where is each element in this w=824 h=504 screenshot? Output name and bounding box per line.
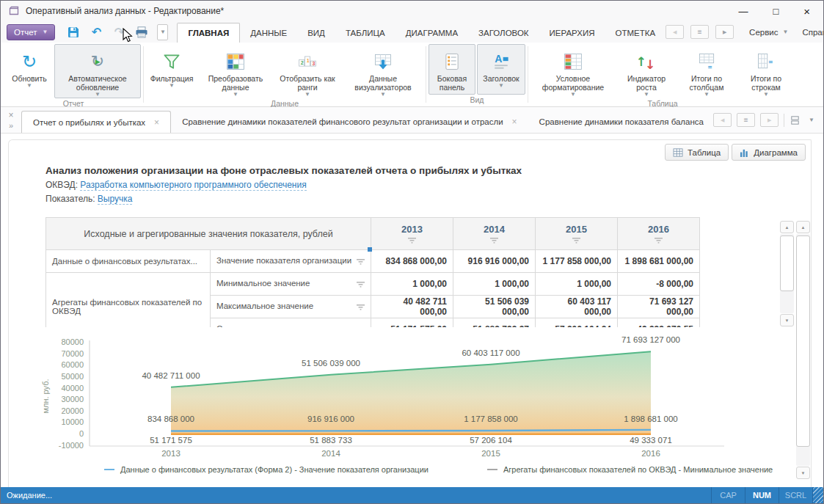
split-view-button[interactable] bbox=[790, 114, 801, 126]
value-cell[interactable]: 40 482 711 000,00 bbox=[371, 296, 453, 318]
value-cell[interactable]: 1 177 858 000,00 bbox=[536, 250, 618, 273]
filter-icon[interactable] bbox=[357, 304, 365, 310]
value-cell[interactable]: 916 916 000,00 bbox=[453, 250, 536, 273]
filter-icon[interactable] bbox=[572, 238, 580, 244]
report-menu-button[interactable]: Отчет ▼ bbox=[7, 24, 55, 40]
filter-icon[interactable] bbox=[655, 238, 663, 244]
doc-tab-dynamics-result[interactable]: Сравнение динамики показателей финансово… bbox=[171, 110, 528, 133]
value-cell[interactable]: 1 000,00 bbox=[371, 273, 453, 296]
table-view-button[interactable]: Таблица bbox=[665, 144, 729, 161]
redo-button[interactable]: ↷ bbox=[112, 25, 126, 40]
value-cell[interactable]: 1 898 681 000,00 bbox=[618, 250, 700, 273]
tab-ierarhiya[interactable]: ИЕРАРХИЯ bbox=[539, 23, 605, 43]
table-corner-header[interactable]: Исходные и агрегированные значения показ… bbox=[46, 218, 371, 250]
indicator-link[interactable]: Выручка bbox=[98, 194, 133, 205]
scroll-down-button[interactable]: ▼ bbox=[796, 467, 810, 479]
expand-panel-icon[interactable]: » bbox=[9, 121, 13, 130]
ribbon-menu-button[interactable]: ≡ bbox=[690, 25, 709, 39]
column-resize-handle[interactable] bbox=[368, 247, 372, 252]
year-column-header[interactable]: 2016 bbox=[618, 218, 700, 250]
chart-view-button[interactable]: Диаграмма bbox=[732, 144, 806, 161]
doc-tab-balance[interactable]: Сравнение динамики показателя баланса bbox=[528, 110, 704, 133]
minimize-button[interactable]: — bbox=[738, 6, 748, 17]
close-panel-icon[interactable]: × bbox=[8, 110, 13, 120]
chevron-down-icon[interactable]: ▼ bbox=[809, 117, 814, 123]
doc-tab-profit-loss[interactable]: Отчет о прибылях и убытках × bbox=[21, 111, 171, 133]
row-totals-button[interactable]: = Итоги по строкам ▼ bbox=[737, 44, 795, 98]
metric-cell[interactable]: Максимальное значение bbox=[211, 296, 371, 318]
print-button[interactable] bbox=[134, 25, 149, 40]
filter-icon[interactable] bbox=[357, 282, 365, 288]
ribbon-scroll-right-button[interactable]: ▶ bbox=[715, 25, 734, 39]
row-group-cell[interactable]: Данные о финансовых результатах... bbox=[46, 250, 211, 273]
visualizer-data-button[interactable]: Данные визуализаторов ▼ bbox=[343, 44, 423, 98]
value-cell[interactable]: 834 868 000,00 bbox=[371, 250, 453, 273]
tab-zagolovok[interactable]: ЗАГОЛОВОК bbox=[468, 23, 539, 43]
page-scrollbar[interactable]: ▲ ▼ bbox=[796, 221, 810, 479]
scroll-down-button[interactable]: ▼ bbox=[780, 314, 794, 326]
growth-indicator-button[interactable]: ↑ ↓ Индикатор роста ▼ bbox=[617, 44, 676, 98]
side-panel-button[interactable]: Боковая панель bbox=[429, 44, 475, 95]
row-group-cell[interactable]: Агрегаты финансовых показателей по ОКВЭД bbox=[46, 273, 211, 328]
value-cell[interactable]: 51 506 039 000,00 bbox=[453, 296, 536, 318]
header-button[interactable]: A Заголовок ▼ bbox=[477, 44, 525, 95]
scroll-up-button[interactable]: ▲ bbox=[796, 221, 810, 233]
value-cell[interactable]: 1 000,00 bbox=[536, 273, 618, 296]
value-cell[interactable]: -8 000,00 bbox=[618, 273, 700, 296]
scrollbar-thumb[interactable] bbox=[780, 235, 794, 291]
filter-icon[interactable] bbox=[490, 238, 498, 244]
chevron-down-icon: ▼ bbox=[380, 92, 386, 98]
tab-tablitsa[interactable]: ТАБЛИЦА bbox=[335, 23, 395, 43]
value-cell[interactable]: 49 333 070,55 bbox=[618, 318, 700, 328]
scroll-up-button[interactable]: ▲ bbox=[780, 221, 794, 233]
scrollbar-track[interactable] bbox=[780, 234, 794, 313]
service-menu[interactable]: Сервис ▼ bbox=[749, 28, 788, 37]
metric-cell[interactable]: Среднее значение bbox=[211, 318, 371, 328]
svg-text:2016: 2016 bbox=[641, 449, 660, 458]
value-cell[interactable]: 60 403 117 000,00 bbox=[536, 296, 618, 318]
value-cell[interactable]: 51 171 575,00 bbox=[371, 318, 453, 328]
conditional-formatting-button[interactable]: Условное форматирование ▼ bbox=[531, 44, 616, 98]
auto-refresh-button[interactable]: ↻ ▶ Автоматическое обновление ▼ bbox=[54, 44, 141, 98]
tab-otmetka[interactable]: ОТМЕТКА bbox=[605, 23, 666, 43]
filter-icon[interactable] bbox=[357, 259, 365, 265]
metric-cell[interactable]: Значение показателя организации bbox=[211, 250, 371, 273]
filter-icon[interactable] bbox=[408, 238, 416, 244]
tab-list-button[interactable]: ≡ bbox=[737, 113, 755, 127]
value-cell[interactable]: 57 206 104,24 bbox=[536, 318, 618, 328]
tab-scroll-left-button[interactable]: ◀ bbox=[713, 113, 732, 127]
save-button[interactable] bbox=[66, 25, 81, 40]
help-menu[interactable]: Справка ▼ bbox=[802, 28, 824, 37]
filter-button[interactable]: Фильтрация ▼ bbox=[146, 44, 197, 98]
ribbon-scroll-left-button[interactable]: ◀ bbox=[666, 25, 684, 39]
year-column-header[interactable]: 2014 bbox=[453, 218, 536, 250]
print-options-dropdown[interactable]: ▼ bbox=[157, 24, 168, 40]
tab-vid[interactable]: ВИД bbox=[297, 23, 335, 43]
close-tab-icon[interactable]: × bbox=[512, 117, 517, 127]
tab-glavnaya[interactable]: ГЛАВНАЯ bbox=[177, 23, 240, 43]
maximize-button[interactable]: □ bbox=[773, 6, 779, 17]
report-content: Таблица Диаграмма Анализ положения орган… bbox=[1, 134, 823, 487]
transform-data-button[interactable]: Преобразовать данные ▼ bbox=[199, 44, 272, 98]
close-tab-icon[interactable]: × bbox=[154, 117, 159, 128]
column-totals-button[interactable]: = Итоги по столбцам ▼ bbox=[677, 44, 736, 98]
scrollbar-thumb[interactable] bbox=[796, 235, 810, 447]
year-column-header[interactable]: 2015 bbox=[536, 218, 618, 250]
show-as-ranks-button[interactable]: 2 1 3 Отобразить как ранги ▼ bbox=[274, 44, 341, 98]
year-column-header[interactable]: 2013 bbox=[371, 218, 453, 250]
refresh-button[interactable]: ↻ Обновить ▼ bbox=[6, 44, 53, 98]
value-cell[interactable]: 1 000,00 bbox=[453, 273, 536, 296]
tab-scroll-right-button[interactable]: ▶ bbox=[760, 113, 779, 127]
undo-button[interactable]: ↶ bbox=[89, 25, 103, 40]
tab-diagramma[interactable]: ДИАГРАММА bbox=[395, 23, 468, 43]
close-button[interactable]: × bbox=[803, 5, 810, 18]
okved-link[interactable]: Разработка компьютерного программного об… bbox=[80, 180, 306, 191]
tab-dannye[interactable]: ДАННЫЕ bbox=[240, 23, 297, 43]
resize-grip[interactable] bbox=[812, 487, 823, 503]
value-cell[interactable]: 51 883 733,37 bbox=[453, 318, 536, 328]
value-cell[interactable]: 71 693 127 000,00 bbox=[618, 296, 700, 318]
scrollbar-track[interactable] bbox=[796, 234, 810, 466]
metric-cell[interactable]: Минимальное значение bbox=[211, 273, 371, 296]
table-scrollbar[interactable]: ▲ ▼ bbox=[780, 221, 794, 326]
area-chart[interactable]: 8000070000600005000040000300002000010000… bbox=[38, 332, 811, 474]
